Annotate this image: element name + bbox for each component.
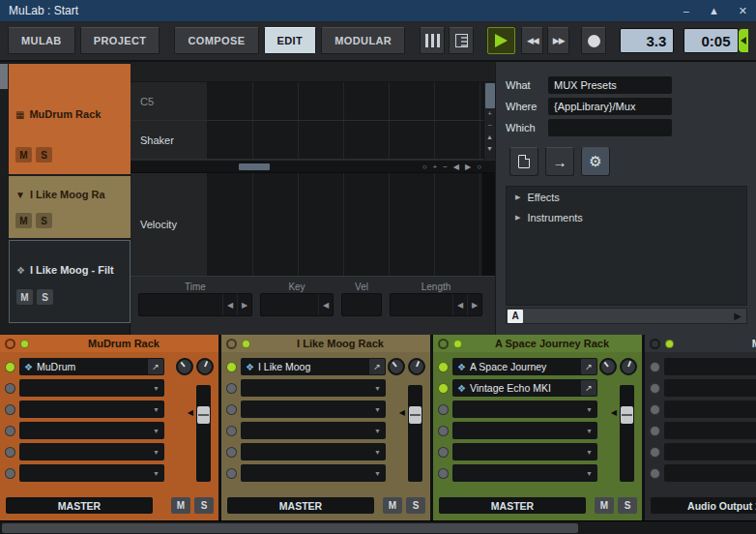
empty-module-slot[interactable]: ▼ (241, 464, 386, 482)
rack-menu-icon[interactable] (5, 339, 15, 349)
length-dec-icon[interactable]: ◀ (452, 294, 467, 315)
play-button[interactable] (487, 27, 515, 54)
rack-mute-button[interactable]: M (383, 497, 402, 514)
empty-module-slot[interactable]: ▼ (19, 400, 164, 418)
fader-handle[interactable] (197, 406, 210, 424)
fader-handle[interactable] (621, 406, 633, 424)
slot-led[interactable] (438, 404, 449, 415)
gain-knob[interactable] (193, 355, 216, 377)
rack-menu-icon[interactable] (650, 339, 660, 349)
solo-button[interactable]: S (37, 289, 53, 305)
empty-module-slot[interactable] (664, 422, 756, 439)
empty-module-slot[interactable] (664, 358, 756, 375)
mute-button[interactable]: M (16, 289, 33, 305)
empty-module-slot[interactable]: ▼ (241, 443, 386, 460)
mixer-horizontal-scrollbar[interactable] (0, 520, 756, 534)
slot-dropdown-icon[interactable]: ▼ (374, 385, 381, 392)
module-slot[interactable]: ❖ Vintage Echo MKI ↗ (452, 379, 597, 397)
key-dec-icon[interactable]: ◀ (318, 294, 333, 315)
pan-knob[interactable] (384, 354, 408, 378)
keyboard-shortcut-badge[interactable]: A (508, 310, 523, 323)
time-dec-icon[interactable]: ◀ (222, 294, 237, 315)
slot-led[interactable] (438, 383, 449, 394)
track-mudrum-rack[interactable]: ▦ MuDrum Rack M S (9, 64, 131, 174)
slot-led[interactable] (5, 362, 15, 372)
rack-mute-button[interactable]: M (171, 497, 190, 514)
zoom-in-icon[interactable]: + (487, 108, 491, 120)
mute-button[interactable]: M (15, 213, 32, 228)
slot-led[interactable] (650, 468, 660, 479)
rack-solo-button[interactable]: S (618, 497, 637, 514)
slot-dropdown-icon[interactable]: ▼ (586, 428, 593, 434)
empty-module-slot[interactable] (664, 464, 756, 482)
empty-module-slot[interactable] (664, 400, 756, 418)
empty-module-slot[interactable]: ▼ (452, 464, 597, 482)
slot-led[interactable] (5, 426, 15, 436)
empty-module-slot[interactable]: ▼ (19, 422, 164, 439)
gain-knob[interactable] (617, 355, 639, 377)
pan-knob[interactable] (172, 354, 196, 378)
slot-dropdown-icon[interactable]: ▼ (586, 470, 593, 477)
forward-button[interactable]: ▶▶ (547, 27, 569, 54)
tree-item-instruments[interactable]: ▶ Instruments (507, 207, 746, 227)
list-view-button[interactable] (449, 27, 474, 54)
zoom-out-icon[interactable]: − (487, 120, 491, 132)
slot-dropdown-icon[interactable]: ▼ (374, 406, 381, 413)
rewind-button[interactable]: ◀◀ (521, 27, 543, 54)
slot-led[interactable] (438, 468, 449, 479)
vscroll-handle[interactable] (485, 83, 495, 108)
preview-play-icon[interactable]: ▶ (734, 311, 741, 321)
editor-horizontal-scrollbar[interactable]: ○ + − ◀ ▶ ○ (131, 161, 495, 173)
empty-module-slot[interactable]: ▼ (241, 379, 386, 397)
key-field[interactable]: ◀ (260, 293, 334, 316)
empty-module-slot[interactable]: ▼ (452, 443, 597, 460)
slot-dropdown-icon[interactable]: ▼ (586, 449, 593, 456)
slot-dropdown-icon[interactable]: ▼ (374, 428, 381, 434)
solo-button[interactable]: S (36, 213, 52, 228)
rack-header[interactable]: A Space Journey Rack (433, 335, 642, 352)
time-display[interactable]: 0:05 (683, 28, 738, 53)
record-button[interactable] (581, 27, 606, 54)
slot-dropdown-icon[interactable]: ▼ (153, 470, 160, 477)
time-inc-icon[interactable]: ▶ (237, 294, 251, 315)
fader-handle[interactable] (409, 406, 422, 424)
length-inc-icon[interactable]: ▶ (467, 294, 481, 315)
what-field[interactable]: MUX Presets (548, 76, 672, 94)
empty-module-slot[interactable]: ▼ (241, 422, 386, 439)
module-slot[interactable]: ❖ A Space Journey ↗ (452, 358, 597, 375)
slot-led[interactable] (650, 383, 660, 394)
rack-power-led[interactable] (453, 340, 462, 348)
rack-power-led[interactable] (242, 340, 250, 348)
slot-led[interactable] (226, 362, 237, 372)
scroll-down-icon[interactable]: ▼ (486, 143, 493, 155)
rack-menu-icon[interactable] (438, 339, 449, 349)
modular-tab[interactable]: MODULAR (321, 27, 405, 54)
goto-module-icon[interactable]: ↗ (369, 359, 385, 374)
hzoom-out-icon[interactable]: − (443, 163, 448, 171)
scroll-up-icon[interactable]: ▲ (486, 132, 493, 143)
slot-led[interactable] (5, 383, 15, 394)
rack-power-led[interactable] (20, 340, 29, 348)
scroll-dot-icon[interactable]: ○ (477, 163, 481, 171)
rack-output-button[interactable]: MASTER (6, 497, 153, 514)
slot-dropdown-icon[interactable]: ▼ (153, 385, 160, 392)
editor-ruler[interactable] (131, 62, 495, 82)
rack-output-button[interactable]: MASTER (439, 497, 586, 514)
slot-led[interactable] (438, 362, 449, 372)
slot-dropdown-icon[interactable]: ▼ (374, 470, 381, 477)
slot-led[interactable] (226, 468, 237, 479)
where-field[interactable]: {AppLibrary}/Mux (548, 98, 672, 115)
length-field[interactable]: ◀ ▶ (390, 293, 482, 316)
volume-fader[interactable] (196, 385, 211, 482)
editor-vertical-scrollbar[interactable]: + − ▲ ▼ (483, 82, 495, 160)
edit-tab[interactable]: EDIT (264, 27, 317, 54)
which-field[interactable] (548, 119, 672, 136)
slot-dropdown-icon[interactable]: ▼ (586, 406, 593, 413)
scroll-dot-icon[interactable]: ○ (422, 163, 427, 171)
compose-tab[interactable]: COMPOSE (174, 27, 258, 54)
track-i-like-moog-filter[interactable]: ❖ I Like Moog - Filt M S (9, 240, 131, 323)
note-grid[interactable] (208, 121, 495, 159)
empty-module-slot[interactable]: ▼ (452, 422, 597, 439)
rack-output-button[interactable]: MASTER (227, 497, 374, 514)
mixer-scroll-handle[interactable] (2, 523, 578, 533)
